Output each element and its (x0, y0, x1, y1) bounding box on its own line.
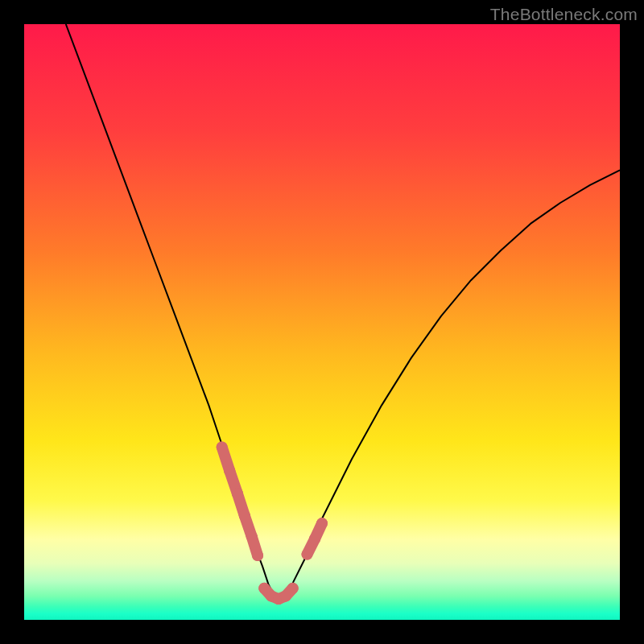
highlight-segment-bottom-seg (286, 588, 293, 597)
highlight-segment-left-seg (252, 536, 258, 555)
watermark-text: TheBottleneck.com (490, 5, 638, 24)
chart-frame (24, 24, 620, 620)
highlight-segment-right-seg (315, 523, 322, 539)
chart-svg (24, 24, 620, 620)
